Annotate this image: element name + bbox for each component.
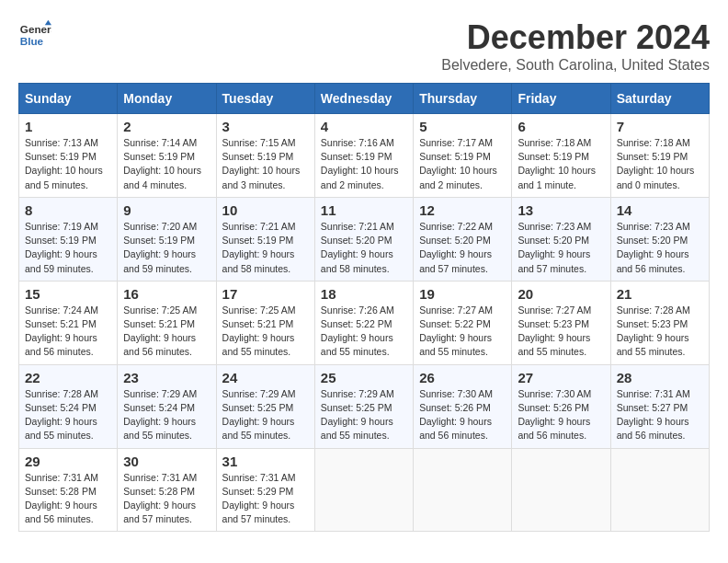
calendar-cell: 23Sunrise: 7:29 AMSunset: 5:24 PMDayligh… xyxy=(118,364,216,448)
day-info: Sunrise: 7:24 AMSunset: 5:21 PMDaylight:… xyxy=(25,304,111,360)
day-number: 24 xyxy=(222,370,309,385)
calendar-week-row: 29Sunrise: 7:31 AMSunset: 5:28 PMDayligh… xyxy=(19,448,710,532)
calendar-week-row: 1Sunrise: 7:13 AMSunset: 5:19 PMDaylight… xyxy=(19,114,710,198)
header-saturday: Saturday xyxy=(610,84,709,114)
calendar-cell: 20Sunrise: 7:27 AMSunset: 5:23 PMDayligh… xyxy=(512,281,610,364)
calendar-week-row: 22Sunrise: 7:28 AMSunset: 5:24 PMDayligh… xyxy=(19,364,710,448)
day-info: Sunrise: 7:20 AMSunset: 5:19 PMDaylight:… xyxy=(123,220,210,276)
day-info: Sunrise: 7:22 AMSunset: 5:20 PMDaylight:… xyxy=(419,220,506,276)
day-number: 1 xyxy=(25,119,111,134)
day-number: 6 xyxy=(518,119,604,134)
header-thursday: Thursday xyxy=(414,84,512,114)
day-number: 20 xyxy=(518,286,604,302)
day-info: Sunrise: 7:21 AMSunset: 5:20 PMDaylight:… xyxy=(321,220,407,276)
day-info: Sunrise: 7:31 AMSunset: 5:27 PMDaylight:… xyxy=(617,387,703,443)
day-info: Sunrise: 7:23 AMSunset: 5:20 PMDaylight:… xyxy=(518,220,604,276)
day-number: 21 xyxy=(617,286,703,302)
day-info: Sunrise: 7:17 AMSunset: 5:19 PMDaylight:… xyxy=(419,136,506,192)
day-info: Sunrise: 7:27 AMSunset: 5:23 PMDaylight:… xyxy=(518,304,604,360)
calendar-cell: 17Sunrise: 7:25 AMSunset: 5:21 PMDayligh… xyxy=(216,281,314,364)
day-number: 19 xyxy=(419,286,506,302)
day-number: 11 xyxy=(321,202,407,218)
day-info: Sunrise: 7:30 AMSunset: 5:26 PMDaylight:… xyxy=(419,387,506,443)
calendar-cell: 4Sunrise: 7:16 AMSunset: 5:19 PMDaylight… xyxy=(314,114,413,198)
calendar-cell: 26Sunrise: 7:30 AMSunset: 5:26 PMDayligh… xyxy=(414,364,512,448)
location-title: Belvedere, South Carolina, United States xyxy=(441,57,710,74)
day-number: 30 xyxy=(123,454,210,469)
header-sunday: Sunday xyxy=(19,84,118,114)
day-info: Sunrise: 7:13 AMSunset: 5:19 PMDaylight:… xyxy=(25,136,111,192)
day-info: Sunrise: 7:27 AMSunset: 5:22 PMDaylight:… xyxy=(419,304,506,360)
day-info: Sunrise: 7:19 AMSunset: 5:19 PMDaylight:… xyxy=(25,220,111,276)
day-info: Sunrise: 7:29 AMSunset: 5:24 PMDaylight:… xyxy=(123,387,210,443)
logo-icon: General Blue xyxy=(18,18,51,52)
calendar-cell xyxy=(610,448,709,532)
day-info: Sunrise: 7:18 AMSunset: 5:19 PMDaylight:… xyxy=(617,136,703,192)
day-number: 9 xyxy=(123,202,210,218)
title-area: December 2024 Belvedere, South Carolina,… xyxy=(441,18,710,74)
day-number: 29 xyxy=(25,454,111,469)
day-info: Sunrise: 7:28 AMSunset: 5:24 PMDaylight:… xyxy=(25,387,111,443)
calendar-header-row: SundayMondayTuesdayWednesdayThursdayFrid… xyxy=(19,84,710,114)
day-number: 17 xyxy=(222,286,309,302)
day-info: Sunrise: 7:28 AMSunset: 5:23 PMDaylight:… xyxy=(617,304,703,360)
day-number: 3 xyxy=(222,119,309,134)
calendar-cell xyxy=(414,448,512,532)
calendar-cell: 14Sunrise: 7:23 AMSunset: 5:20 PMDayligh… xyxy=(610,197,709,281)
calendar-cell: 30Sunrise: 7:31 AMSunset: 5:28 PMDayligh… xyxy=(118,448,216,532)
day-number: 22 xyxy=(25,370,111,385)
day-number: 31 xyxy=(222,454,309,469)
calendar-cell: 28Sunrise: 7:31 AMSunset: 5:27 PMDayligh… xyxy=(610,364,709,448)
calendar-cell: 21Sunrise: 7:28 AMSunset: 5:23 PMDayligh… xyxy=(610,281,709,364)
calendar-week-row: 8Sunrise: 7:19 AMSunset: 5:19 PMDaylight… xyxy=(19,197,710,281)
day-number: 28 xyxy=(617,370,703,385)
calendar-cell: 18Sunrise: 7:26 AMSunset: 5:22 PMDayligh… xyxy=(314,281,413,364)
day-number: 18 xyxy=(321,286,407,302)
day-info: Sunrise: 7:29 AMSunset: 5:25 PMDaylight:… xyxy=(222,387,309,443)
day-number: 12 xyxy=(419,202,506,218)
calendar-cell: 31Sunrise: 7:31 AMSunset: 5:29 PMDayligh… xyxy=(216,448,314,532)
day-number: 8 xyxy=(25,202,111,218)
day-info: Sunrise: 7:23 AMSunset: 5:20 PMDaylight:… xyxy=(617,220,703,276)
day-number: 15 xyxy=(25,286,111,302)
calendar-cell: 7Sunrise: 7:18 AMSunset: 5:19 PMDaylight… xyxy=(610,114,709,198)
logo: General Blue xyxy=(18,18,51,52)
day-info: Sunrise: 7:25 AMSunset: 5:21 PMDaylight:… xyxy=(222,304,309,360)
calendar-cell: 2Sunrise: 7:14 AMSunset: 5:19 PMDaylight… xyxy=(118,114,216,198)
day-info: Sunrise: 7:29 AMSunset: 5:25 PMDaylight:… xyxy=(321,387,407,443)
calendar-cell: 16Sunrise: 7:25 AMSunset: 5:21 PMDayligh… xyxy=(118,281,216,364)
day-number: 4 xyxy=(321,119,407,134)
day-info: Sunrise: 7:26 AMSunset: 5:22 PMDaylight:… xyxy=(321,304,407,360)
calendar-cell: 12Sunrise: 7:22 AMSunset: 5:20 PMDayligh… xyxy=(414,197,512,281)
calendar-cell: 3Sunrise: 7:15 AMSunset: 5:19 PMDaylight… xyxy=(216,114,314,198)
day-info: Sunrise: 7:31 AMSunset: 5:28 PMDaylight:… xyxy=(25,471,111,527)
header-tuesday: Tuesday xyxy=(216,84,314,114)
calendar-cell: 5Sunrise: 7:17 AMSunset: 5:19 PMDaylight… xyxy=(414,114,512,198)
header-wednesday: Wednesday xyxy=(314,84,413,114)
day-number: 2 xyxy=(123,119,210,134)
calendar-cell: 25Sunrise: 7:29 AMSunset: 5:25 PMDayligh… xyxy=(314,364,413,448)
header-monday: Monday xyxy=(118,84,216,114)
calendar-cell: 24Sunrise: 7:29 AMSunset: 5:25 PMDayligh… xyxy=(216,364,314,448)
calendar-cell: 13Sunrise: 7:23 AMSunset: 5:20 PMDayligh… xyxy=(512,197,610,281)
page-header: General Blue December 2024 Belvedere, So… xyxy=(18,18,710,74)
calendar-cell: 22Sunrise: 7:28 AMSunset: 5:24 PMDayligh… xyxy=(19,364,118,448)
day-number: 16 xyxy=(123,286,210,302)
calendar-cell: 19Sunrise: 7:27 AMSunset: 5:22 PMDayligh… xyxy=(414,281,512,364)
calendar-cell xyxy=(512,448,610,532)
calendar-cell: 15Sunrise: 7:24 AMSunset: 5:21 PMDayligh… xyxy=(19,281,118,364)
calendar-cell: 10Sunrise: 7:21 AMSunset: 5:19 PMDayligh… xyxy=(216,197,314,281)
calendar-week-row: 15Sunrise: 7:24 AMSunset: 5:21 PMDayligh… xyxy=(19,281,710,364)
month-title: December 2024 xyxy=(441,18,710,57)
calendar-cell: 9Sunrise: 7:20 AMSunset: 5:19 PMDaylight… xyxy=(118,197,216,281)
day-number: 25 xyxy=(321,370,407,385)
header-friday: Friday xyxy=(512,84,610,114)
day-info: Sunrise: 7:25 AMSunset: 5:21 PMDaylight:… xyxy=(123,304,210,360)
day-info: Sunrise: 7:21 AMSunset: 5:19 PMDaylight:… xyxy=(222,220,309,276)
svg-text:Blue: Blue xyxy=(20,35,44,47)
day-number: 27 xyxy=(518,370,604,385)
day-number: 23 xyxy=(123,370,210,385)
calendar-cell: 29Sunrise: 7:31 AMSunset: 5:28 PMDayligh… xyxy=(19,448,118,532)
calendar-table: SundayMondayTuesdayWednesdayThursdayFrid… xyxy=(18,83,710,532)
day-number: 5 xyxy=(419,119,506,134)
